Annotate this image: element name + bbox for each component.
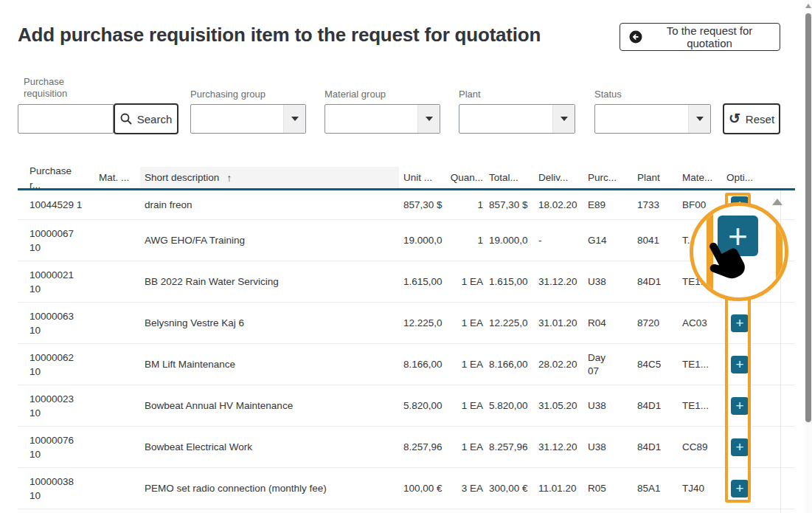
- cell-delivery-date: 11.01.20: [538, 483, 585, 494]
- cell-purchase-requisition: 10000062 10: [30, 351, 84, 379]
- arrow-left-circle-icon: [629, 30, 642, 44]
- cell-purchase-requisition: 10000076 10: [30, 433, 84, 461]
- cell-plant: 85A1: [637, 483, 678, 494]
- cell-plant: 1733: [637, 199, 678, 210]
- cell-plant: 84C5: [637, 359, 678, 370]
- add-item-button[interactable]: +: [731, 397, 749, 415]
- purchasing-group-dropdown[interactable]: [190, 104, 306, 134]
- cell-plant: 8720: [637, 317, 678, 328]
- cell-material-group: AC03: [682, 317, 721, 328]
- table-scroll-up-icon[interactable]: [772, 199, 782, 205]
- cell-delivery-date: 31.12.20: [538, 276, 585, 287]
- reset-button[interactable]: ↺ Reset: [723, 103, 780, 134]
- cell-quantity: 3 EA: [447, 483, 483, 494]
- column-header-material-group[interactable]: Mate...: [682, 172, 721, 183]
- purchasing-group-dropdown-toggle[interactable]: [283, 105, 305, 133]
- material-group-label: Material group: [325, 89, 386, 100]
- cell-unit-price: 1.615,00: [403, 276, 444, 287]
- add-item-button[interactable]: +: [731, 480, 749, 497]
- add-item-button[interactable]: +: [731, 356, 749, 373]
- cell-material-group: T...: [682, 235, 721, 246]
- column-header-label: Short description: [145, 172, 219, 183]
- cell-delivery-date: 28.02.20: [538, 359, 585, 370]
- page-scroll-up-icon[interactable]: [805, 4, 811, 8]
- cell-material-group: CC89: [682, 441, 721, 452]
- cell-unit-price: 12.225,0: [403, 317, 444, 328]
- cell-total: 8.166,00: [489, 359, 536, 370]
- back-button-label: To the request for quotation: [648, 24, 771, 49]
- cell-purchase-requisition: 10000067 10: [30, 227, 84, 255]
- chevron-down-icon: [561, 117, 568, 121]
- add-item-button[interactable]: +: [731, 232, 749, 249]
- cell-purchasing-group: Day 07: [588, 351, 619, 378]
- purchasing-group-input[interactable]: [191, 105, 283, 133]
- cell-purchase-requisition: 10000021 10: [30, 268, 84, 296]
- plant-input[interactable]: [459, 105, 552, 133]
- table-row: 10000067 10 AWG EHO/FA Training 19.000,0…: [18, 220, 795, 261]
- add-item-button[interactable]: +: [731, 196, 749, 214]
- plant-label: Plant: [459, 89, 481, 100]
- cell-short-description: BM Lift Maintenance: [145, 359, 399, 370]
- column-header-material[interactable]: Mat. ...: [99, 172, 140, 183]
- status-input[interactable]: [595, 105, 688, 133]
- status-dropdown-toggle[interactable]: [688, 105, 710, 133]
- cell-purchase-requisition: 10000038 10: [30, 475, 84, 503]
- add-item-button[interactable]: +: [731, 314, 749, 332]
- cell-short-description: BB 2022 Rain Water Servicing: [145, 276, 399, 287]
- cell-material-group: TE1...: [682, 400, 721, 411]
- cell-quantity: 1 EA: [447, 359, 483, 370]
- column-header-short-description[interactable]: Short description ↑: [140, 167, 399, 188]
- column-header-delivery[interactable]: Deliv...: [538, 172, 585, 183]
- material-group-dropdown-toggle[interactable]: [417, 105, 440, 133]
- cell-total: 857,30 $: [489, 199, 536, 210]
- search-button-label: Search: [137, 113, 173, 125]
- add-item-button[interactable]: +: [731, 273, 749, 291]
- cell-quantity: 1 EA: [447, 441, 483, 452]
- chevron-down-icon: [426, 117, 433, 121]
- cell-purchasing-group: G14: [588, 234, 619, 247]
- cell-purchase-requisition: 10000063 10: [30, 309, 84, 337]
- cell-purchasing-group: U38: [588, 441, 619, 454]
- add-item-button[interactable]: +: [731, 438, 749, 456]
- cell-delivery-date: 18.02.20: [538, 199, 585, 210]
- page-scrollbar[interactable]: [805, 0, 812, 513]
- purchase-requisition-table: Purchase r... Mat. ... Short description…: [18, 167, 795, 509]
- cell-purchasing-group: U38: [588, 399, 619, 413]
- table-row: 10000023 10 Bowbeat Annual HV Maintenanc…: [18, 385, 795, 427]
- purchasing-group-label: Purchasing group: [190, 89, 266, 100]
- plant-dropdown-toggle[interactable]: [552, 105, 575, 133]
- column-header-total[interactable]: Total...: [489, 172, 536, 183]
- cell-quantity: 1: [447, 199, 483, 210]
- status-dropdown[interactable]: [594, 104, 711, 134]
- cell-purchase-requisition: 10044529 1: [30, 198, 84, 212]
- cell-total: 8.257,96: [489, 441, 536, 452]
- plant-dropdown[interactable]: [459, 104, 575, 134]
- cell-unit-price: 19.000,0: [403, 235, 444, 246]
- column-header-purchasing-group[interactable]: Purc...: [588, 171, 619, 185]
- cell-material-group: TE1...: [682, 359, 721, 370]
- column-header-options[interactable]: Opti...: [723, 172, 756, 183]
- table-row: 10000038 10 PEMO set radio connection (m…: [18, 468, 795, 509]
- cell-unit-price: 857,30 $: [403, 199, 444, 210]
- cell-unit-price: 5.820,00: [403, 400, 444, 411]
- to-request-for-quotation-button[interactable]: To the request for quotation: [620, 23, 780, 51]
- cell-quantity: 1 EA: [447, 317, 483, 328]
- column-header-purchase-requisition[interactable]: Purchase r...: [30, 164, 84, 192]
- column-header-unit[interactable]: Unit ...: [403, 172, 444, 183]
- sort-ascending-icon: ↑: [226, 172, 232, 184]
- table-row: 10000021 10 BB 2022 Rain Water Servicing…: [18, 261, 795, 303]
- column-header-plant[interactable]: Plant: [637, 172, 678, 183]
- purchase-requisition-input[interactable]: [18, 104, 114, 134]
- material-group-input[interactable]: [325, 105, 417, 133]
- cell-total: 12.225,0: [489, 317, 536, 328]
- cell-material-group: BF00: [682, 199, 721, 210]
- cell-purchasing-group: R04: [588, 317, 619, 330]
- cell-quantity: 1 EA: [447, 400, 483, 411]
- material-group-dropdown[interactable]: [325, 104, 440, 134]
- cell-short-description: Bowbeat Electrical Work: [145, 441, 399, 452]
- column-header-quantity[interactable]: Quan...: [447, 172, 483, 183]
- page-scrollbar-thumb[interactable]: [805, 13, 811, 422]
- chevron-down-icon: [696, 117, 704, 121]
- purchase-requisition-label: Purchase requisition: [24, 76, 86, 100]
- search-button[interactable]: Search: [114, 103, 178, 134]
